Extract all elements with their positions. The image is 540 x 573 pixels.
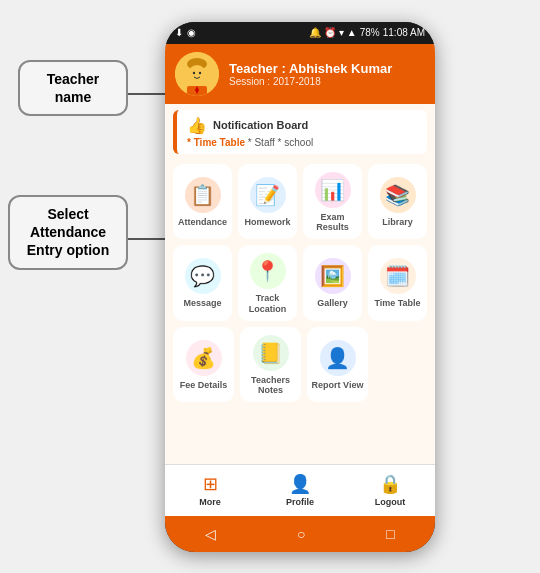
grid-item-exam[interactable]: 📊 Exam Results [303,164,362,240]
grid-item-fee[interactable]: 💰 Fee Details [173,327,234,403]
bell-icon: 🔔 [309,27,321,38]
app-content: Teacher : Abhishek Kumar Session : 2017-… [165,44,435,516]
callout-teacher-label: Teacher name [47,71,100,105]
callout-attendance-label: Select Attendance Entry option [27,206,109,258]
nav-item-profile[interactable]: 👤 Profile [255,465,345,516]
library-icon: 📚 [380,177,416,213]
phone-frame: ⬇ ◉ 🔔 ⏰ ▾ ▲ 78% 11:08 AM [165,22,435,552]
profile-label: Profile [286,497,314,507]
notif-text: * Time Table * Staff * school [187,137,417,148]
logout-label: Logout [375,497,406,507]
recents-button[interactable]: □ [386,526,394,542]
exam-label: Exam Results [307,212,358,234]
avatar [175,52,219,96]
homework-icon: 📝 [250,177,286,213]
track-label: Track Location [242,293,293,315]
signal-icon: ▲ [347,27,357,38]
gallery-label: Gallery [317,298,348,309]
exam-icon: 📊 [315,172,351,208]
more-label: More [199,497,221,507]
grid-item-track[interactable]: 📍 Track Location [238,245,297,321]
grid-row-2: 💬 Message 📍 Track Location 🖼️ Gallery 🗓️… [173,245,427,321]
nav-item-more[interactable]: ⊞ More [165,465,255,516]
status-right: 🔔 ⏰ ▾ ▲ 78% 11:08 AM [309,27,425,38]
fee-icon: 💰 [186,340,222,376]
attendance-icon: 📋 [185,177,221,213]
report-icon: 👤 [320,340,356,376]
bottom-nav: ⊞ More 👤 Profile 🔒 Logout [165,464,435,516]
grid-item-message[interactable]: 💬 Message [173,245,232,321]
teachnotes-icon: 📒 [253,335,289,371]
message-label: Message [183,298,221,309]
notification-bar: 👍 Notification Board * Time Table * Staf… [173,110,427,154]
battery-text: 78% [360,27,380,38]
grid-row-1: 📋 Attendance 📝 Homework 📊 Exam Results 📚… [173,164,427,240]
android-nav: ◁ ○ □ [165,516,435,552]
grid-item-teachnotes[interactable]: 📒 Teachers Notes [240,327,301,403]
callout-attendance: Select Attendance Entry option [8,195,128,270]
home-button[interactable]: ○ [297,526,305,542]
nav-item-logout[interactable]: 🔒 Logout [345,465,435,516]
grid-item-library[interactable]: 📚 Library [368,164,427,240]
grid-empty [374,327,427,403]
status-left: ⬇ ◉ [175,27,196,38]
timetable-label: Time Table [374,298,420,309]
library-label: Library [382,217,413,228]
circle-icon: ◉ [187,27,196,38]
homework-label: Homework [244,217,290,228]
status-bar: ⬇ ◉ 🔔 ⏰ ▾ ▲ 78% 11:08 AM [165,22,435,44]
grid-item-gallery[interactable]: 🖼️ Gallery [303,245,362,321]
app-header: Teacher : Abhishek Kumar Session : 2017-… [165,44,435,104]
time-display: 11:08 AM [383,27,425,38]
grid-item-attendance[interactable]: 📋 Attendance [173,164,232,240]
svg-point-2 [188,65,206,83]
fee-label: Fee Details [180,380,228,391]
message-icon: 💬 [185,258,221,294]
alarm-icon: ⏰ [324,27,336,38]
logout-icon: 🔒 [379,473,401,495]
grid-item-homework[interactable]: 📝 Homework [238,164,297,240]
report-label: Report View [312,380,364,391]
attendance-label: Attendance [178,217,227,228]
svg-point-3 [193,71,195,73]
notif-icon: 👍 [187,116,207,135]
grid-row-3: 💰 Fee Details 📒 Teachers Notes 👤 Report … [173,327,427,403]
svg-point-4 [199,71,201,73]
teachnotes-label: Teachers Notes [244,375,297,397]
download-icon: ⬇ [175,27,183,38]
back-button[interactable]: ◁ [205,526,216,542]
wifi-icon: ▾ [339,27,344,38]
notif-title: Notification Board [213,119,308,131]
callout-teacher-name: Teacher name [18,60,128,116]
timetable-icon: 🗓️ [380,258,416,294]
teacher-name: Teacher : Abhishek Kumar [229,61,392,76]
session-text: Session : 2017-2018 [229,76,392,87]
grid-item-report[interactable]: 👤 Report View [307,327,368,403]
profile-icon: 👤 [289,473,311,495]
avatar-svg [175,52,219,96]
gallery-icon: 🖼️ [315,258,351,294]
outer-container: Teacher name Select Attendance Entry opt… [0,0,540,573]
header-text: Teacher : Abhishek Kumar Session : 2017-… [229,61,392,87]
app-grid: 📋 Attendance 📝 Homework 📊 Exam Results 📚… [165,160,435,413]
track-icon: 📍 [250,253,286,289]
more-icon: ⊞ [203,473,218,495]
grid-item-timetable[interactable]: 🗓️ Time Table [368,245,427,321]
